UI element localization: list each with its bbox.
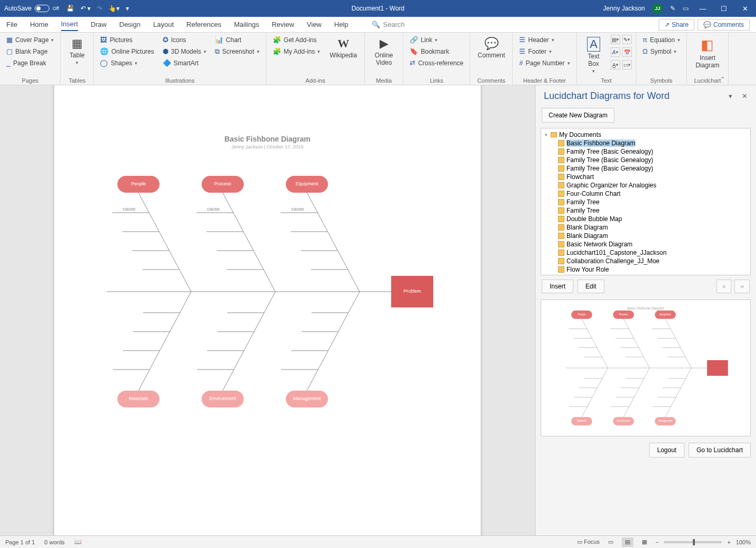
quick-parts-button[interactable]: ▤ [611, 35, 620, 44]
link-button[interactable]: 🔗Link [407, 35, 465, 45]
minimize-button[interactable]: — [696, 5, 710, 13]
drop-cap-button[interactable]: A̲ [611, 60, 620, 69]
undo-icon[interactable]: ↶ ▾ [81, 5, 91, 12]
tab-mailings[interactable]: Mailings [234, 18, 260, 31]
touch-mode-icon[interactable]: 👆▾ [108, 5, 120, 12]
date-time-button[interactable]: 📅 [622, 47, 632, 57]
document-canvas[interactable]: Basic Fishbone Diagram Jenny Jackson | O… [0, 85, 535, 535]
goto-lucidchart-button[interactable]: Go to Lucidchart [689, 443, 751, 457]
pictures-button[interactable]: 🖼Pictures [98, 35, 156, 45]
coming-soon-icon[interactable]: ✎ [670, 5, 675, 12]
zoom-out-icon[interactable]: − [655, 539, 659, 545]
collapse-icon[interactable]: ▾ [543, 132, 549, 137]
tree-item[interactable]: Four-Column Chart [541, 190, 750, 198]
tab-help[interactable]: Help [334, 18, 349, 31]
tab-review[interactable]: Review [272, 18, 294, 31]
print-layout-icon[interactable]: ▤ [622, 537, 633, 547]
tab-home[interactable]: Home [30, 18, 48, 31]
wikipedia-button[interactable]: WWikipedia [326, 35, 360, 61]
panel-insert-button[interactable]: Insert [542, 280, 573, 293]
panel-edit-button[interactable]: Edit [578, 280, 604, 293]
tree-item[interactable]: Collaboration Challenge_JJ_Moe [541, 257, 750, 265]
icons-button[interactable]: ✪Icons [161, 35, 208, 45]
user-avatar[interactable]: JJ [652, 3, 663, 14]
smartart-button[interactable]: 🔷SmartArt [161, 58, 208, 68]
comment-button[interactable]: 💬Comment [474, 35, 508, 61]
header-button[interactable]: ☰Header [517, 35, 572, 45]
chart-button[interactable]: 📊Chart [213, 35, 262, 45]
tab-draw[interactable]: Draw [91, 18, 106, 31]
redo-icon[interactable]: ↷ [97, 5, 102, 12]
autosave-toggle[interactable]: AutoSave Off [4, 5, 59, 12]
text-box-button[interactable]: AText Box [581, 35, 606, 76]
create-diagram-button[interactable]: Create New Diagram [542, 108, 614, 123]
tree-item[interactable]: Flowchart [541, 173, 750, 181]
wordart-button[interactable]: A [611, 47, 620, 57]
shapes-button[interactable]: ◯Shapes [98, 58, 156, 68]
cover-page-button[interactable]: ▦Cover Page [4, 35, 56, 45]
tree-item[interactable]: Flow Your Role [541, 265, 750, 274]
panel-next-button[interactable]: » [734, 280, 750, 293]
document-tree[interactable]: ▾ My Documents Basic Fishbone DiagramFam… [541, 128, 751, 275]
footer-button[interactable]: ☰Footer [517, 46, 572, 56]
tab-references[interactable]: References [186, 18, 221, 31]
online-pictures-button[interactable]: 🌐Online Pictures [98, 46, 156, 56]
insert-diagram-button[interactable]: ◧Insert Diagram [691, 35, 724, 71]
zoom-level[interactable]: 100% [736, 539, 751, 545]
crossref-button[interactable]: ⇄Cross-reference [407, 58, 465, 68]
tree-root[interactable]: ▾ My Documents [541, 131, 750, 139]
tree-item[interactable]: Family Tree (Basic Genealogy) [541, 156, 750, 164]
zoom-slider[interactable] [664, 541, 722, 543]
search-box[interactable]: 🔍 Search [372, 21, 405, 28]
tree-item[interactable]: Family Tree [541, 206, 750, 215]
tree-item[interactable]: Family Tree [541, 198, 750, 206]
tree-item[interactable]: Double Bubble Map [541, 215, 750, 223]
tab-file[interactable]: File [6, 18, 17, 31]
share-button[interactable]: ↗ Share [659, 19, 694, 31]
panel-close-icon[interactable]: ✕ [742, 92, 748, 100]
tab-view[interactable]: View [307, 18, 322, 31]
zoom-in-icon[interactable]: + [727, 539, 730, 545]
symbol-button[interactable]: ΩSymbol [641, 46, 682, 56]
collapse-ribbon-icon[interactable]: ⌃ [720, 76, 725, 83]
spellcheck-icon[interactable]: 📖 [74, 539, 82, 545]
object-button[interactable]: ▭ [622, 60, 632, 69]
tab-design[interactable]: Design [120, 18, 141, 31]
customize-qat-icon[interactable]: ▾ [126, 5, 129, 12]
web-layout-icon[interactable]: ▦ [639, 537, 650, 547]
comments-button[interactable]: 💬 Comments [698, 19, 750, 31]
tab-insert[interactable]: Insert [61, 18, 78, 31]
ribbon-display-icon[interactable]: ▭ [683, 5, 689, 12]
close-button[interactable]: ✕ [738, 5, 752, 13]
equation-button[interactable]: πEquation [641, 35, 682, 45]
blank-page-button[interactable]: ▢Blank Page [4, 46, 56, 56]
word-count[interactable]: 0 words [44, 539, 65, 545]
page-indicator[interactable]: Page 1 of 1 [5, 539, 35, 545]
user-name[interactable]: Jenny Jackson [603, 5, 645, 12]
page-break-button[interactable]: ⎯Page Break [4, 58, 56, 68]
tree-item[interactable]: Family Tree (Basic Genealogy) [541, 147, 750, 156]
maximize-button[interactable]: ☐ [717, 5, 731, 13]
bookmark-button[interactable]: 🔖Bookmark [407, 46, 465, 56]
tree-item[interactable]: Graphic Organizer for Analogies [541, 181, 750, 190]
signature-line-button[interactable]: ✎ [622, 35, 632, 44]
tree-item[interactable]: Blank Diagram [541, 232, 750, 240]
read-mode-icon[interactable]: ▭ [605, 537, 616, 547]
tree-item[interactable]: Basic Network Diagram [541, 240, 750, 248]
get-addins-button[interactable]: 🧩Get Add-ins [271, 35, 322, 45]
tree-item[interactable]: Lucidchart101_Capstone_JJackson [541, 248, 750, 257]
panel-prev-button[interactable]: « [717, 280, 732, 293]
3d-models-button[interactable]: ⬢3D Models [161, 46, 208, 56]
panel-menu-icon[interactable]: ▾ [729, 92, 732, 100]
tree-item[interactable]: Blank Diagram [541, 223, 750, 232]
online-video-button[interactable]: ▶Online Video [369, 35, 399, 68]
screenshot-button[interactable]: ⧉Screenshot [213, 46, 262, 57]
focus-mode-button[interactable]: ▭ Focus [577, 539, 600, 545]
tab-layout[interactable]: Layout [153, 18, 174, 31]
my-addins-button[interactable]: 🧩My Add-ins [271, 46, 322, 56]
save-icon[interactable]: 💾 [66, 5, 74, 12]
tree-item[interactable]: Basic Fishbone Diagram [541, 139, 750, 147]
logout-button[interactable]: Logout [649, 443, 684, 457]
page-number-button[interactable]: #Page Number [517, 58, 572, 68]
tree-item[interactable]: Family Tree (Basic Genealogy) [541, 164, 750, 173]
